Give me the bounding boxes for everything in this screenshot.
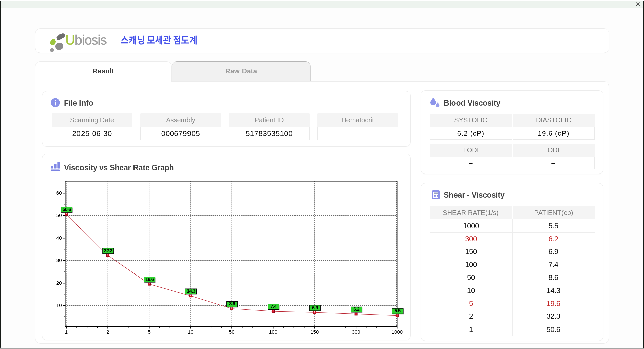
x-tick-label: 100 xyxy=(269,329,277,335)
field-value xyxy=(317,127,398,140)
tab-raw-data[interactable]: Raw Data xyxy=(172,61,311,81)
shear-viscosity-table-body: 10005.53006.21506.91007.4508.61014.3519.… xyxy=(430,219,595,336)
bv-col-value: 19.6 (cP) xyxy=(513,127,595,140)
cell-shear-rate: 10 xyxy=(430,284,512,297)
app-content: Ubiosis Result Raw Data File Info Scanni… xyxy=(1,8,643,348)
col-shear-rate: SHEAR RATE(1/s) xyxy=(430,206,512,219)
point-label: 19.6 xyxy=(145,277,154,282)
shear-viscosity-title: Shear - Viscosity xyxy=(444,191,505,200)
cell-shear-rate: 1000 xyxy=(430,219,512,232)
bv-col-value: 6.2 (cP) xyxy=(430,127,512,140)
blood-viscosity-col: TODI– xyxy=(430,144,512,169)
close-icon[interactable]: × xyxy=(635,1,641,7)
x-tick-label: 300 xyxy=(352,329,360,335)
cell-patient: 50.6 xyxy=(512,323,595,336)
file-info-card: File Info Scanning Date2025-06-30Assembl… xyxy=(42,91,411,147)
field-value: 000679905 xyxy=(140,127,221,140)
y-tick-label: 30 xyxy=(56,257,62,263)
point-label: 7.4 xyxy=(271,304,277,309)
cell-patient: 6.2 xyxy=(512,233,595,245)
blood-viscosity-card: Blood Viscosity SYSTOLIC6.2 (cP)DIASTOLI… xyxy=(421,90,603,174)
field-label: Assembly xyxy=(140,113,221,127)
y-tick-label: 20 xyxy=(56,280,62,286)
ubiosis-logo-icon xyxy=(50,32,66,53)
viscosity-chart: 1251050100150300100010203040506050.632.3… xyxy=(42,154,410,340)
shear-viscosity-table: SHEAR RATE(1/s) PATIENT(cp) 10005.53006.… xyxy=(430,206,595,336)
table-vertical-separator xyxy=(512,219,513,336)
info-icon xyxy=(51,98,60,107)
x-tick-label: 1 xyxy=(65,329,68,335)
blood-viscosity-col: DIASTOLIC19.6 (cP) xyxy=(513,114,595,140)
water-drops-icon xyxy=(430,97,440,108)
point-label: 50.6 xyxy=(62,207,71,212)
brand-letter-u: U xyxy=(65,33,75,47)
point-label: 6.9 xyxy=(312,305,318,310)
file-info-field: Patient ID51783535100 xyxy=(229,113,310,140)
file-info-field: Assembly000679905 xyxy=(140,113,221,140)
y-tick-label: 60 xyxy=(56,190,62,196)
tab-raw-data-label: Raw Data xyxy=(225,67,257,75)
x-tick-label: 1000 xyxy=(392,329,403,335)
app-title-korean xyxy=(121,34,201,46)
blood-viscosity-table-1: SYSTOLIC6.2 (cP)DIASTOLIC19.6 (cP) xyxy=(430,114,595,140)
file-info-field: Hematocrit xyxy=(317,113,398,140)
point-label: 6.2 xyxy=(353,306,359,312)
cell-shear-rate: 150 xyxy=(430,245,512,258)
cell-shear-rate: 300 xyxy=(430,233,512,245)
bv-col-header: ODI xyxy=(513,144,595,157)
chart-tick-labels: 12510501001503001000102030405060 xyxy=(56,190,403,334)
brand-rest: biosis xyxy=(75,33,107,47)
tab-result-label: Result xyxy=(93,67,114,75)
x-tick-label: 5 xyxy=(148,329,150,335)
blood-viscosity-table-2: TODI–ODI– xyxy=(430,144,595,169)
viscometer-app-window: { "window": { "close_label": "\u00d7" },… xyxy=(0,0,644,349)
cell-patient: 8.6 xyxy=(512,271,595,284)
x-tick-label: 150 xyxy=(310,329,319,335)
graph-card: Viscosity vs Shear Rate Graph 1251050100… xyxy=(42,154,411,340)
field-label: Patient ID xyxy=(229,113,310,127)
cell-shear-rate: 5 xyxy=(430,297,512,310)
cell-patient: 19.6 xyxy=(512,297,595,310)
bv-col-header: TODI xyxy=(430,144,512,157)
tab-result[interactable]: Result xyxy=(35,61,172,82)
x-tick-label: 2 xyxy=(106,329,109,335)
bv-col-header: SYSTOLIC xyxy=(430,114,512,127)
x-tick-label: 10 xyxy=(188,329,194,335)
y-tick-label: 40 xyxy=(56,235,62,241)
bv-col-value: – xyxy=(513,157,595,169)
cell-shear-rate: 2 xyxy=(430,310,512,323)
col-patient: PATIENT(cp) xyxy=(513,206,595,219)
field-label: Scanning Date xyxy=(52,113,132,127)
header-card: Ubiosis xyxy=(35,28,609,53)
cell-shear-rate: 50 xyxy=(430,271,512,284)
horizontal-scrollbar[interactable] xyxy=(0,348,644,349)
cell-patient: 7.4 xyxy=(512,258,595,271)
result-panel: File Info Scanning Date2025-06-30Assembl… xyxy=(35,81,609,344)
shear-viscosity-card: Shear - Viscosity SHEAR RATE(1/s) PATIEN… xyxy=(421,183,603,341)
window-titlebar: × xyxy=(1,1,643,8)
field-value: 2025-06-30 xyxy=(52,127,132,140)
brand-wordmark: Ubiosis xyxy=(65,32,107,48)
point-label: 8.6 xyxy=(229,301,235,306)
file-info-fields: Scanning Date2025-06-30Assembly000679905… xyxy=(52,113,398,140)
window-right-edge xyxy=(643,1,644,348)
blood-viscosity-col: SYSTOLIC6.2 (cP) xyxy=(430,114,512,140)
calculator-icon xyxy=(432,190,440,199)
point-label: 5.5 xyxy=(395,308,401,313)
x-tick-label: 50 xyxy=(229,329,235,335)
blood-viscosity-title: Blood Viscosity xyxy=(444,99,500,108)
bv-col-value: – xyxy=(430,157,512,169)
cell-patient: 14.3 xyxy=(512,284,595,297)
y-tick-label: 10 xyxy=(56,302,62,308)
point-label: 14.3 xyxy=(186,288,195,294)
cell-shear-rate: 100 xyxy=(430,258,512,271)
file-info-title: File Info xyxy=(64,99,93,108)
cell-patient: 32.3 xyxy=(512,310,595,323)
y-tick-label: 50 xyxy=(56,212,62,218)
field-label: Hematocrit xyxy=(317,113,398,127)
cell-shear-rate: 1 xyxy=(430,323,512,336)
field-value: 51783535100 xyxy=(229,127,310,140)
file-info-field: Scanning Date2025-06-30 xyxy=(52,113,132,140)
shear-viscosity-table-header: SHEAR RATE(1/s) PATIENT(cp) xyxy=(430,206,595,219)
bv-col-header: DIASTOLIC xyxy=(513,114,595,127)
